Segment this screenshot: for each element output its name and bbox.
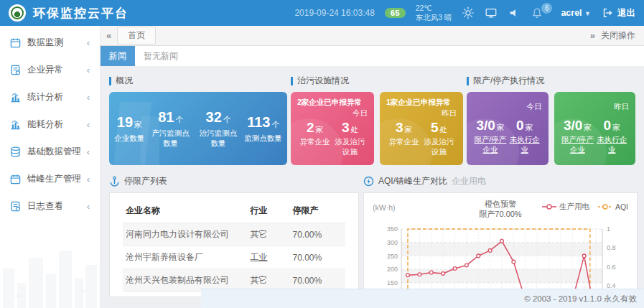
chevron-left-icon: ‹ bbox=[87, 92, 90, 103]
col-header-restriction: 停限产 bbox=[289, 199, 345, 223]
title-accent-bar bbox=[467, 77, 469, 85]
restricted-enterprises-link[interactable]: 限产/停产企业 bbox=[561, 135, 595, 154]
datetime: 2019-09-24 16:03:48 bbox=[294, 8, 374, 18]
database-icon bbox=[10, 146, 21, 157]
tab-home[interactable]: 首页 bbox=[117, 27, 156, 45]
weather-info: 22℃ 东北风3 晴 bbox=[416, 4, 452, 22]
svg-text:0.6: 0.6 bbox=[607, 263, 616, 271]
sidebar-item-peak-production[interactable]: 错峰生产管理 ‹ bbox=[0, 165, 100, 192]
svg-text:0.8: 0.8 bbox=[607, 244, 616, 251]
file-gear-icon bbox=[10, 201, 21, 212]
chevron-left-icon: ‹ bbox=[87, 37, 90, 48]
section-title-treatment: 治污设施情况 bbox=[291, 75, 463, 87]
table-row: 沧州宇新养殖设备厂 工业 70.00% bbox=[123, 246, 345, 269]
chevron-left-icon: ‹ bbox=[87, 146, 90, 157]
app-header: 环保监控云平台 2019-09-24 16:03:48 65 22℃ 东北风3 … bbox=[0, 0, 644, 26]
wind-condition: 东北风3 晴 bbox=[416, 13, 452, 22]
news-label: 新闻 bbox=[101, 46, 135, 66]
stat-treatment-points: 32个 治污监测点数量 bbox=[197, 109, 240, 148]
sun-icon bbox=[462, 6, 475, 19]
svg-text:350: 350 bbox=[387, 225, 398, 233]
temperature: 22℃ bbox=[416, 4, 452, 13]
treatment-card-today: 2家企业已申报异常 今日 2家 异常企业 3处 涉及治污设施 bbox=[291, 92, 374, 165]
aqi-badge: 65 bbox=[385, 8, 406, 18]
enterprise-name: 沧州宇新养殖设备厂 bbox=[123, 246, 248, 269]
calendar-icon bbox=[10, 174, 21, 185]
chart-warning-title: 橙色预警 限产70.00% bbox=[373, 199, 628, 220]
section-title-overview: 概况 bbox=[109, 75, 287, 87]
treatment-card-yesterday: 1家企业已申报异常 昨日 3家 异常企业 5处 涉及治污设施 bbox=[380, 92, 463, 165]
dashboard: 概况 19家 企业数量 81个 产污监测点数量 32个 治 bbox=[101, 66, 644, 308]
flash-circle-icon bbox=[363, 176, 374, 187]
footer: © 2003 - 2019 v1.1.0 永久有效 bbox=[201, 289, 644, 308]
chevron-left-icon: ‹ bbox=[87, 119, 90, 130]
file-alert-icon bbox=[10, 65, 21, 75]
anchor-icon bbox=[109, 176, 120, 187]
overview-card: 19家 企业数量 81个 产污监测点数量 32个 治污监测点数量 113个 bbox=[109, 92, 287, 165]
table-row: 河南同力电力设计有限公司 其它 70.00% bbox=[123, 223, 345, 246]
speaker-icon[interactable] bbox=[508, 6, 521, 19]
sidebar-item-statistics[interactable]: 统计分析 ‹ bbox=[0, 83, 100, 111]
sidebar: 数据监测 ‹ 企业异常 ‹ bbox=[0, 26, 101, 308]
section-title-aqi-chart: AQI/错峰生产对比 企业用电 bbox=[363, 175, 638, 187]
title-accent-bar bbox=[109, 77, 111, 85]
stat-monitor-points: 113个 监测点数量 bbox=[244, 114, 282, 144]
sidebar-item-data-monitor[interactable]: 数据监测 ‹ bbox=[0, 29, 100, 56]
sidebar-item-log-view[interactable]: 日志查看 ‹ bbox=[0, 192, 100, 220]
industry: 其它 bbox=[248, 223, 290, 246]
app-title: 环保监控云平台 bbox=[33, 5, 129, 22]
content-area: « 首页 » 关闭操作 新闻 暂无新闻 概况 19家 bbox=[101, 26, 644, 308]
news-content: 暂无新闻 bbox=[144, 50, 178, 62]
restriction-list-panel: 企业名称 行业 停限产 河南同力电力设计有限公司 其它 70.00% bbox=[109, 192, 359, 297]
stat-pollution-source-points: 81个 产污监测点数量 bbox=[149, 109, 192, 148]
svg-text:150: 150 bbox=[387, 279, 398, 286]
tab-bar: « 首页 » 关闭操作 bbox=[101, 26, 644, 46]
page: 环保监控云平台 2019-09-24 16:03:48 65 22℃ 东北风3 … bbox=[0, 0, 644, 308]
notification-count-badge: 6 bbox=[541, 3, 552, 14]
restriction-card-today: 今日 3/0家 限产/停产企业 0家 未执行企业 bbox=[467, 92, 549, 165]
svg-text:1: 1 bbox=[607, 225, 610, 233]
logout-icon bbox=[601, 6, 614, 19]
restriction-card-yesterday: 昨日 3/0家 限产/停产企业 0家 未执行企业 bbox=[554, 92, 636, 165]
restriction-percent: 70.00% bbox=[289, 223, 345, 246]
news-bar: 新闻 暂无新闻 bbox=[101, 46, 644, 66]
scroll-tabs-right-icon[interactable]: » bbox=[590, 31, 595, 40]
scroll-tabs-left-icon[interactable]: « bbox=[106, 31, 111, 40]
chevron-left-icon: ‹ bbox=[87, 201, 90, 212]
restricted-enterprises-link[interactable]: 限产/停产企业 bbox=[473, 135, 508, 154]
logout-button[interactable]: 退出 bbox=[601, 6, 635, 19]
copyright-text: © 2003 - 2019 v1.1.0 永久有效 bbox=[524, 294, 637, 304]
chart-subtitle: 企业用电 bbox=[452, 175, 486, 187]
svg-text:250: 250 bbox=[387, 253, 398, 260]
user-menu[interactable]: acrel ▼ bbox=[561, 8, 591, 18]
sidebar-item-energy-analysis[interactable]: 能耗分析 ‹ bbox=[0, 111, 100, 138]
stat-enterprise-count: 19家 企业数量 bbox=[114, 114, 144, 144]
col-header-enterprise: 企业名称 bbox=[123, 199, 248, 223]
non-executing-enterprises-link[interactable]: 未执行企业 bbox=[508, 135, 542, 154]
industry-link[interactable]: 工业 bbox=[248, 246, 290, 269]
restriction-table: 企业名称 行业 停限产 河南同力电力设计有限公司 其它 70.00% bbox=[123, 199, 345, 292]
section-title-restriction: 限产/停产执行情况 bbox=[467, 75, 635, 87]
bar-chart-icon bbox=[10, 119, 21, 130]
monitor-icon[interactable] bbox=[485, 6, 498, 19]
chevron-left-icon: ‹ bbox=[87, 174, 90, 185]
title-accent-bar bbox=[291, 77, 293, 85]
bar-chart-icon bbox=[10, 92, 21, 103]
app-logo-icon bbox=[9, 4, 26, 22]
non-executing-enterprises-link[interactable]: 未执行企业 bbox=[594, 135, 629, 154]
svg-text:300: 300 bbox=[387, 239, 398, 246]
calendar-icon bbox=[10, 37, 21, 48]
city-skyline-watermark bbox=[0, 229, 101, 308]
chevron-down-icon: ▼ bbox=[584, 10, 591, 17]
sidebar-item-base-data[interactable]: 基础数据管理 ‹ bbox=[0, 138, 100, 165]
chevron-left-icon: ‹ bbox=[87, 65, 90, 75]
restriction-percent: 70.00% bbox=[289, 246, 345, 269]
sidebar-item-enterprise-anomaly[interactable]: 企业异常 ‹ bbox=[0, 56, 100, 83]
svg-text:200: 200 bbox=[387, 266, 398, 273]
section-title-restriction-list: 停限产列表 bbox=[109, 175, 359, 187]
col-header-industry: 行业 bbox=[248, 199, 290, 223]
notifications-button[interactable]: 6 bbox=[531, 6, 543, 19]
enterprise-name: 河南同力电力设计有限公司 bbox=[123, 223, 248, 246]
close-operations-button[interactable]: 关闭操作 bbox=[601, 29, 635, 42]
